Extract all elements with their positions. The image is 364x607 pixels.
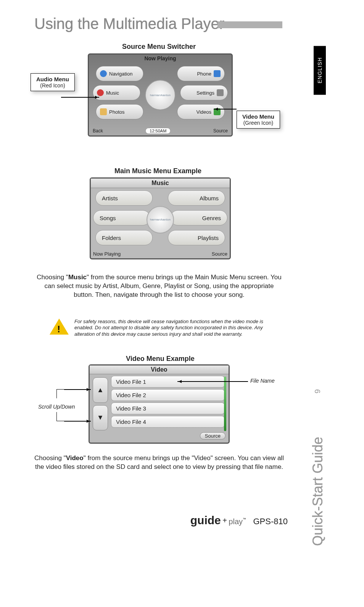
camera-icon: [100, 108, 107, 115]
bracket-line: [56, 389, 64, 398]
section3-label: Video Menu Example: [126, 355, 195, 363]
video-file-item[interactable]: Video File 2: [111, 389, 225, 401]
back-button[interactable]: Back: [93, 128, 103, 134]
audio-menu-callout: Audio Menu (Red Icon): [31, 73, 75, 91]
genres-button[interactable]: Genres: [170, 210, 227, 225]
music-paragraph: Choosing "Music" from the source menu br…: [34, 273, 284, 299]
footer: guide + play™ GPS-810: [0, 514, 288, 527]
video-callout-sub: (Green Icon): [242, 120, 274, 126]
now-playing-button[interactable]: Now Playing: [93, 251, 121, 257]
photos-button[interactable]: Photos: [96, 104, 143, 119]
footer-guide: guide: [190, 514, 221, 526]
trademark: ™: [243, 517, 246, 521]
arrow-line: [177, 381, 248, 382]
bracket-line: [56, 412, 64, 421]
warning-icon: [50, 319, 69, 335]
scroll-indicator: [224, 377, 226, 431]
footer-plus: +: [222, 516, 227, 525]
source-menu-screenshot: Now Playing Navigation Phone Music Setti…: [88, 53, 233, 137]
page-number: 9: [313, 389, 322, 393]
music-button[interactable]: Music: [93, 85, 140, 100]
video-paragraph: Choosing "Video" from the source menu br…: [34, 454, 284, 472]
footer-play: play: [229, 517, 243, 526]
footer-model: GPS-810: [253, 517, 288, 526]
gear-icon: [217, 89, 224, 96]
page-title: Using the Multimedia Player: [34, 15, 224, 32]
scroll-callout: Scroll Up/Down: [38, 404, 75, 410]
scroll-down-button[interactable]: ▼: [93, 405, 108, 431]
videos-label: Videos: [196, 109, 211, 115]
artists-button[interactable]: Artists: [95, 190, 153, 206]
settings-button[interactable]: Settings: [180, 85, 228, 100]
video-screen-title: Video: [90, 365, 229, 374]
video-menu-screenshot: Video ▲ ▼ Video File 1 Video File 2 Vide…: [89, 364, 230, 444]
phone-button[interactable]: Phone: [177, 66, 225, 81]
playlists-button[interactable]: Playlists: [168, 230, 225, 245]
settings-label: Settings: [196, 90, 214, 96]
now-playing-label: Now Playing: [144, 55, 176, 61]
songs-button[interactable]: Songs: [93, 210, 150, 225]
language-tab: ENGLISH: [314, 46, 326, 95]
arrow-line: [214, 109, 237, 109]
center-logo: harman/kardon: [145, 80, 176, 110]
video-menu-callout: Video Menu (Green Icon): [237, 111, 280, 129]
video-callout-title: Video Menu: [242, 113, 274, 120]
globe-icon: [100, 70, 107, 77]
arrow-line: [64, 389, 91, 390]
file-name-callout: File Name: [250, 378, 275, 384]
title-bar-decor: [217, 21, 282, 28]
side-guide-text: Quick-Start Guide: [310, 437, 326, 546]
audio-callout-sub: (Red Icon): [36, 82, 69, 89]
audio-callout-title: Audio Menu: [36, 76, 69, 82]
music-menu-screenshot: Music Artists Albums Songs Genres Folder…: [90, 177, 231, 259]
center-logo: harman/kardon: [147, 206, 174, 233]
photos-label: Photos: [109, 109, 124, 115]
section1-label: Source Menu Switcher: [122, 43, 196, 51]
video-file-item[interactable]: Video File 1: [111, 376, 225, 388]
headphones-icon: [97, 89, 104, 96]
bottom-bar: Back 12:50AM Source: [93, 128, 228, 134]
section2-label: Main Music Menu Example: [114, 167, 201, 175]
source-button[interactable]: Source: [213, 128, 228, 134]
source-button[interactable]: Source: [212, 251, 227, 257]
navigation-label: Navigation: [109, 71, 132, 77]
phone-icon: [214, 70, 221, 77]
music-label: Music: [106, 90, 119, 96]
albums-button[interactable]: Albums: [168, 190, 225, 206]
warning-text: For safety reasons, this device will cea…: [74, 319, 269, 337]
navigation-button[interactable]: Navigation: [96, 66, 143, 81]
folders-button[interactable]: Folders: [95, 230, 153, 245]
music-screen-title: Music: [91, 179, 230, 188]
source-button[interactable]: Source: [200, 432, 225, 440]
videos-button[interactable]: Videos: [177, 104, 225, 119]
video-file-item[interactable]: Video File 4: [111, 416, 225, 428]
time-display: 12:50AM: [145, 128, 171, 134]
phone-label: Phone: [197, 71, 211, 77]
arrow-line: [61, 97, 99, 98]
video-file-item[interactable]: Video File 3: [111, 403, 225, 414]
arrow-line: [64, 421, 91, 422]
scroll-up-button[interactable]: ▲: [93, 377, 108, 403]
